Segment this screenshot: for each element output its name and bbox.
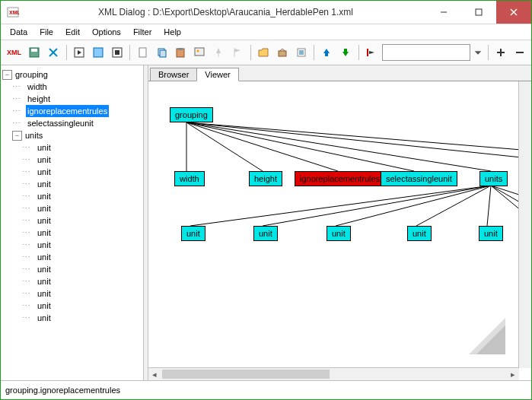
toolbar-sep	[358, 45, 359, 60]
basket-icon[interactable]	[273, 43, 291, 62]
scrollbar-horizontal[interactable]: ◂▸	[148, 367, 519, 380]
list-icon[interactable]	[292, 43, 310, 62]
tree-node-unit[interactable]: ⋯unit	[2, 154, 142, 166]
tree-node[interactable]: ⋯width	[2, 81, 142, 93]
menu-data[interactable]: Data	[4, 26, 33, 38]
graph-node-height[interactable]: height	[249, 171, 282, 186]
tree-node-unit[interactable]: ⋯unit	[2, 141, 142, 154]
menu-help[interactable]: Help	[158, 26, 187, 38]
scroll-right-icon[interactable]: ▸	[507, 368, 519, 380]
xml-button[interactable]: XML	[4, 43, 24, 62]
stop-icon[interactable]	[108, 43, 126, 62]
body-split: −grouping ⋯width ⋯height ⋯ignoreplacemen…	[1, 65, 531, 380]
flag-icon[interactable]	[229, 43, 247, 62]
toolbar-sep	[250, 45, 251, 60]
tree-node-unit[interactable]: ⋯unit	[2, 190, 142, 202]
tree-node-unit[interactable]: ⋯unit	[2, 214, 142, 227]
app-window: XML XML Dialog : D:\Export\Desktop\Arauc…	[0, 0, 532, 400]
graph-node-unit[interactable]: unit	[327, 226, 351, 241]
play-icon[interactable]	[71, 43, 88, 62]
maximize-button[interactable]	[461, 1, 496, 24]
svg-line-43	[186, 122, 263, 171]
copy-icon[interactable]	[153, 43, 170, 62]
status-bar: grouping.ignoreplacementrules	[1, 380, 531, 399]
svg-rect-27	[279, 51, 286, 56]
watermark-icon	[457, 318, 505, 354]
tree-node-unit[interactable]: ⋯unit	[2, 227, 142, 239]
minus-icon[interactable]	[511, 43, 528, 62]
menu-edit[interactable]: Edit	[59, 26, 86, 38]
arrow-up-icon[interactable]	[318, 43, 336, 62]
scroll-thumb[interactable]	[162, 370, 330, 379]
tree-node-unit[interactable]: ⋯unit	[2, 239, 142, 251]
cursor-goto-icon[interactable]	[363, 43, 381, 62]
svg-text:XML: XML	[9, 10, 19, 15]
window-icon[interactable]	[90, 43, 107, 62]
tab-strip: Browser Viewer	[148, 65, 531, 81]
image-tool-icon[interactable]	[191, 43, 209, 62]
svg-line-48	[186, 122, 519, 150]
graph-node-unit[interactable]: unit	[479, 226, 503, 241]
svg-line-52	[416, 186, 491, 226]
tree-node-unit[interactable]: ⋯unit	[2, 178, 142, 190]
svg-rect-20	[195, 48, 204, 56]
scroll-left-icon[interactable]: ◂	[148, 368, 161, 380]
svg-line-47	[186, 122, 519, 157]
tree-node-unit[interactable]: ⋯unit	[2, 251, 142, 263]
tree-panel[interactable]: −grouping ⋯width ⋯height ⋯ignoreplacemen…	[1, 65, 144, 380]
svg-rect-12	[94, 48, 103, 57]
svg-marker-32	[323, 49, 330, 53]
search-input[interactable]	[382, 44, 470, 61]
save-icon[interactable]	[26, 43, 43, 62]
graph-node-unit[interactable]: unit	[407, 226, 432, 241]
svg-line-55	[491, 186, 519, 203]
tree-node-root[interactable]: −grouping	[2, 68, 142, 81]
toolbar: XML	[1, 40, 531, 65]
arrow-down-icon[interactable]	[337, 43, 355, 62]
svg-line-49	[190, 186, 491, 226]
tree-node-unit[interactable]: ⋯unit	[2, 275, 142, 287]
svg-line-46	[186, 122, 491, 171]
folder-open-icon[interactable]	[254, 43, 272, 62]
svg-line-50	[263, 186, 491, 226]
close-button[interactable]	[496, 1, 531, 24]
title-bar[interactable]: XML XML Dialog : D:\Export\Desktop\Arauc…	[1, 1, 531, 24]
menu-options[interactable]: Options	[86, 26, 127, 38]
scrollbar-vertical[interactable]	[518, 81, 531, 368]
graph-node-units[interactable]: units	[479, 171, 508, 186]
graph-node-unit[interactable]: unit	[181, 226, 205, 241]
graph-node-width[interactable]: width	[174, 171, 205, 186]
plus-icon[interactable]	[492, 43, 509, 62]
menu-filter[interactable]: Filter	[127, 26, 158, 38]
graph-node-ignore[interactable]: ignoreplacementrules	[295, 171, 385, 186]
tree-node[interactable]: ⋯height	[2, 93, 142, 105]
paste-icon[interactable]	[172, 43, 190, 62]
viewer-canvas[interactable]: grouping width height ignoreplacementrul…	[148, 81, 531, 380]
dropdown-icon[interactable]	[472, 43, 484, 62]
tree-node-selected[interactable]: ⋯ignoreplacementrules	[2, 105, 142, 117]
tree-node-unit[interactable]: ⋯unit	[2, 166, 142, 178]
svg-rect-3	[476, 9, 482, 15]
pin-icon[interactable]	[210, 43, 228, 62]
tab-viewer[interactable]: Viewer	[196, 68, 238, 81]
cancel-icon[interactable]	[45, 43, 62, 62]
graph-node-grouping[interactable]: grouping	[170, 107, 213, 122]
tree-node-unit[interactable]: ⋯unit	[2, 287, 142, 300]
tree-node-unit[interactable]: ⋯unit	[2, 312, 142, 324]
collapse-icon[interactable]: −	[12, 131, 22, 141]
tree-node-unit[interactable]: ⋯unit	[2, 202, 142, 214]
tree-node[interactable]: ⋯selectassingleunit	[2, 117, 142, 129]
menu-file[interactable]: File	[33, 26, 59, 38]
new-doc-icon[interactable]	[134, 43, 151, 62]
collapse-icon[interactable]: −	[2, 70, 12, 80]
tree-node-unit[interactable]: ⋯unit	[2, 263, 142, 275]
tree-node-unit[interactable]: ⋯unit	[2, 300, 142, 312]
tab-browser[interactable]: Browser	[150, 68, 197, 81]
graph-node-unit[interactable]: unit	[253, 226, 278, 241]
tree-node-units[interactable]: −units	[2, 129, 142, 141]
window-title: XML Dialog : D:\Export\Desktop\Araucania…	[25, 7, 426, 17]
minimize-button[interactable]	[426, 1, 461, 24]
graph-node-select[interactable]: selectassingleunit	[381, 171, 457, 186]
svg-rect-19	[178, 48, 183, 50]
toolbar-sep	[314, 45, 314, 60]
